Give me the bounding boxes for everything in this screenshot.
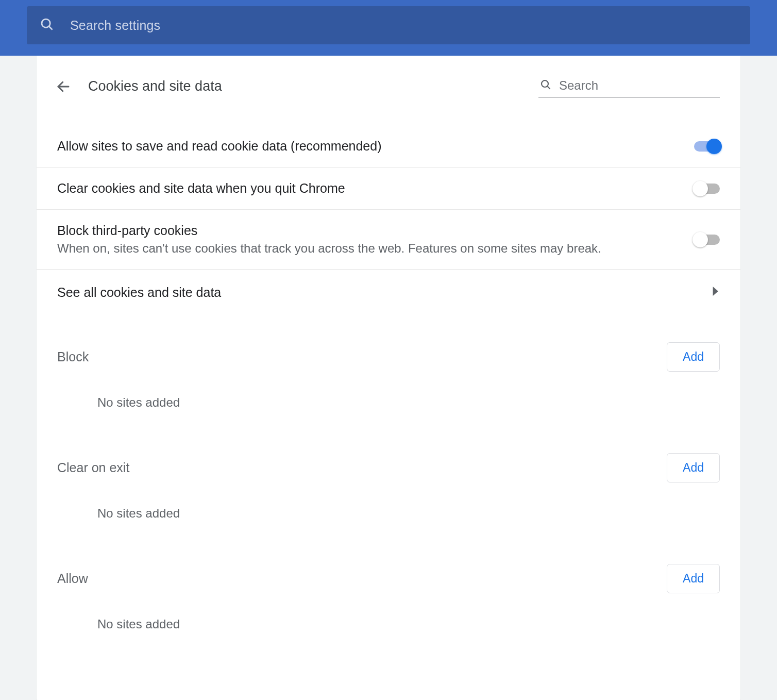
row-description: When on, sites can't use cookies that tr…	[57, 241, 684, 256]
toggle-clear-on-quit[interactable]	[694, 184, 720, 194]
card-header: Cookies and site data	[37, 56, 740, 117]
svg-line-1	[49, 26, 53, 30]
inline-search-input[interactable]	[559, 78, 719, 93]
row-label: Clear cookies and site data when you qui…	[57, 181, 684, 196]
section-allow: Allow Add No sites added	[37, 542, 740, 653]
toggle-allow-cookies[interactable]	[694, 141, 720, 152]
settings-card: Cookies and site data Allow sites to sav…	[37, 56, 740, 700]
row-see-all-cookies[interactable]: See all cookies and site data	[37, 269, 740, 321]
back-button[interactable]	[54, 77, 73, 96]
svg-point-0	[42, 19, 50, 27]
topbar-search-input[interactable]	[70, 18, 738, 33]
add-allow-button[interactable]: Add	[667, 564, 720, 593]
row-clear-on-quit: Clear cookies and site data when you qui…	[37, 167, 740, 209]
section-clear-on-exit: Clear on exit Add No sites added	[37, 431, 740, 542]
svg-line-4	[547, 86, 550, 89]
arrow-left-icon	[56, 79, 71, 94]
row-label: See all cookies and site data	[57, 285, 713, 300]
row-label: Block third-party cookies	[57, 223, 684, 238]
add-block-button[interactable]: Add	[667, 342, 720, 372]
inline-search[interactable]	[538, 75, 720, 97]
search-icon	[39, 16, 55, 34]
add-clear-exit-button[interactable]: Add	[667, 453, 720, 482]
empty-block-note: No sites added	[57, 378, 720, 431]
row-block-third-party: Block third-party cookies When on, sites…	[37, 209, 740, 269]
empty-clear-exit-note: No sites added	[57, 489, 720, 542]
section-block: Block Add No sites added	[37, 321, 740, 431]
search-icon	[539, 78, 552, 93]
toggle-block-third-party[interactable]	[694, 235, 720, 245]
svg-point-3	[542, 80, 548, 87]
row-label: Allow sites to save and read cookie data…	[57, 139, 684, 154]
section-title: Allow	[57, 571, 88, 586]
row-allow-cookies: Allow sites to save and read cookie data…	[37, 117, 740, 167]
section-title: Block	[57, 349, 89, 364]
topbar	[0, 0, 777, 56]
chevron-right-icon	[713, 287, 720, 298]
topbar-search-container[interactable]	[27, 6, 750, 44]
section-title: Clear on exit	[57, 460, 129, 475]
empty-allow-note: No sites added	[57, 599, 720, 653]
page-title: Cookies and site data	[88, 78, 222, 94]
